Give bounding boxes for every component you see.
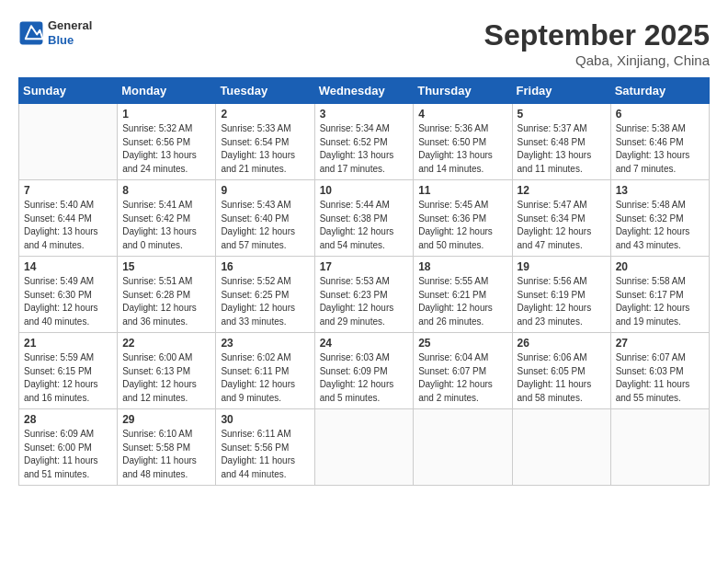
cell-info: Sunrise: 5:56 AM Sunset: 6:19 PM Dayligh… (518, 275, 606, 328)
calendar-cell (314, 409, 414, 486)
calendar-cell: 28Sunrise: 6:09 AM Sunset: 6:00 PM Dayli… (19, 409, 118, 486)
calendar-cell: 6Sunrise: 5:38 AM Sunset: 6:46 PM Daylig… (610, 104, 709, 180)
calendar-cell (414, 409, 512, 486)
calendar-cell: 16Sunrise: 5:52 AM Sunset: 6:25 PM Dayli… (216, 257, 314, 333)
calendar-cell: 4Sunrise: 5:36 AM Sunset: 6:50 PM Daylig… (414, 104, 512, 180)
calendar-cell: 9Sunrise: 5:43 AM Sunset: 6:40 PM Daylig… (216, 180, 314, 257)
cell-info: Sunrise: 5:36 AM Sunset: 6:50 PM Dayligh… (418, 122, 506, 176)
weekday-header-monday: Monday (118, 78, 216, 104)
calendar-cell (512, 409, 610, 486)
cell-info: Sunrise: 5:53 AM Sunset: 6:23 PM Dayligh… (320, 275, 409, 328)
calendar-cell: 27Sunrise: 6:07 AM Sunset: 6:03 PM Dayli… (610, 333, 709, 409)
calendar-cell: 22Sunrise: 6:00 AM Sunset: 6:13 PM Dayli… (118, 333, 216, 409)
calendar-cell: 10Sunrise: 5:44 AM Sunset: 6:38 PM Dayli… (314, 180, 414, 257)
calendar-cell: 12Sunrise: 5:47 AM Sunset: 6:34 PM Dayli… (512, 180, 610, 257)
weekday-header-row: SundayMondayTuesdayWednesdayThursdayFrid… (19, 78, 710, 104)
logo: General Blue (18, 18, 92, 47)
weekday-header-friday: Friday (512, 78, 610, 104)
weekday-header-wednesday: Wednesday (314, 78, 414, 104)
weekday-header-saturday: Saturday (610, 78, 709, 104)
cell-info: Sunrise: 5:52 AM Sunset: 6:25 PM Dayligh… (221, 275, 309, 328)
calendar-cell: 11Sunrise: 5:45 AM Sunset: 6:36 PM Dayli… (414, 180, 512, 257)
cell-info: Sunrise: 6:03 AM Sunset: 6:09 PM Dayligh… (320, 351, 409, 405)
logo-blue: Blue (48, 33, 92, 48)
cell-info: Sunrise: 5:44 AM Sunset: 6:38 PM Dayligh… (320, 199, 409, 252)
week-row-3: 14Sunrise: 5:49 AM Sunset: 6:30 PM Dayli… (19, 257, 710, 333)
calendar-cell: 30Sunrise: 6:11 AM Sunset: 5:56 PM Dayli… (216, 409, 314, 486)
week-row-2: 7Sunrise: 5:40 AM Sunset: 6:44 PM Daylig… (19, 180, 710, 257)
logo-text: General Blue (48, 18, 92, 47)
calendar-cell: 15Sunrise: 5:51 AM Sunset: 6:28 PM Dayli… (118, 257, 216, 333)
calendar-cell: 2Sunrise: 5:33 AM Sunset: 6:54 PM Daylig… (216, 104, 314, 180)
cell-info: Sunrise: 5:33 AM Sunset: 6:54 PM Dayligh… (221, 122, 309, 176)
cell-info: Sunrise: 5:45 AM Sunset: 6:36 PM Dayligh… (418, 199, 506, 252)
day-number: 27 (616, 337, 704, 350)
cell-info: Sunrise: 5:37 AM Sunset: 6:48 PM Dayligh… (518, 122, 606, 176)
cell-info: Sunrise: 5:40 AM Sunset: 6:44 PM Dayligh… (24, 199, 112, 252)
day-number: 16 (221, 260, 309, 273)
day-number: 3 (320, 108, 409, 121)
day-number: 24 (320, 337, 409, 350)
cell-info: Sunrise: 6:04 AM Sunset: 6:07 PM Dayligh… (418, 351, 506, 405)
day-number: 7 (24, 184, 112, 197)
cell-info: Sunrise: 5:34 AM Sunset: 6:52 PM Dayligh… (320, 122, 409, 176)
weekday-header-tuesday: Tuesday (216, 78, 314, 104)
calendar-cell: 21Sunrise: 5:59 AM Sunset: 6:15 PM Dayli… (19, 333, 118, 409)
calendar-cell: 19Sunrise: 5:56 AM Sunset: 6:19 PM Dayli… (512, 257, 610, 333)
calendar-cell: 13Sunrise: 5:48 AM Sunset: 6:32 PM Dayli… (610, 180, 709, 257)
cell-info: Sunrise: 5:58 AM Sunset: 6:17 PM Dayligh… (616, 275, 704, 328)
day-number: 20 (616, 260, 704, 273)
calendar-cell: 29Sunrise: 6:10 AM Sunset: 5:58 PM Dayli… (118, 409, 216, 486)
week-row-5: 28Sunrise: 6:09 AM Sunset: 6:00 PM Dayli… (19, 409, 710, 486)
cell-info: Sunrise: 6:09 AM Sunset: 6:00 PM Dayligh… (24, 428, 112, 481)
logo-icon (18, 20, 44, 46)
day-number: 8 (122, 184, 210, 197)
day-number: 19 (518, 260, 606, 273)
title-block: September 2025 Qaba, Xinjiang, China (484, 18, 710, 68)
calendar-cell: 25Sunrise: 6:04 AM Sunset: 6:07 PM Dayli… (414, 333, 512, 409)
logo-general: General (48, 18, 92, 33)
cell-info: Sunrise: 5:32 AM Sunset: 6:56 PM Dayligh… (122, 122, 210, 176)
cell-info: Sunrise: 5:59 AM Sunset: 6:15 PM Dayligh… (24, 351, 112, 405)
day-number: 18 (418, 260, 506, 273)
calendar-cell (19, 104, 118, 180)
day-number: 2 (221, 108, 309, 121)
cell-info: Sunrise: 6:10 AM Sunset: 5:58 PM Dayligh… (122, 428, 210, 481)
week-row-4: 21Sunrise: 5:59 AM Sunset: 6:15 PM Dayli… (19, 333, 710, 409)
day-number: 1 (122, 108, 210, 121)
cell-info: Sunrise: 5:51 AM Sunset: 6:28 PM Dayligh… (122, 275, 210, 328)
day-number: 5 (518, 108, 606, 121)
cell-info: Sunrise: 5:55 AM Sunset: 6:21 PM Dayligh… (418, 275, 506, 328)
day-number: 25 (418, 337, 506, 350)
weekday-header-sunday: Sunday (19, 78, 118, 104)
cell-info: Sunrise: 6:02 AM Sunset: 6:11 PM Dayligh… (221, 351, 309, 405)
calendar-cell: 14Sunrise: 5:49 AM Sunset: 6:30 PM Dayli… (19, 257, 118, 333)
day-number: 6 (616, 108, 704, 121)
calendar-cell: 1Sunrise: 5:32 AM Sunset: 6:56 PM Daylig… (118, 104, 216, 180)
day-number: 14 (24, 260, 112, 273)
calendar-table: SundayMondayTuesdayWednesdayThursdayFrid… (18, 77, 710, 486)
day-number: 10 (320, 184, 409, 197)
day-number: 17 (320, 260, 409, 273)
calendar-cell: 24Sunrise: 6:03 AM Sunset: 6:09 PM Dayli… (314, 333, 414, 409)
weekday-header-thursday: Thursday (414, 78, 512, 104)
cell-info: Sunrise: 6:11 AM Sunset: 5:56 PM Dayligh… (221, 428, 309, 481)
calendar-cell: 23Sunrise: 6:02 AM Sunset: 6:11 PM Dayli… (216, 333, 314, 409)
calendar-cell: 7Sunrise: 5:40 AM Sunset: 6:44 PM Daylig… (19, 180, 118, 257)
cell-info: Sunrise: 5:41 AM Sunset: 6:42 PM Dayligh… (122, 199, 210, 252)
calendar-cell: 17Sunrise: 5:53 AM Sunset: 6:23 PM Dayli… (314, 257, 414, 333)
day-number: 9 (221, 184, 309, 197)
calendar-cell: 5Sunrise: 5:37 AM Sunset: 6:48 PM Daylig… (512, 104, 610, 180)
day-number: 28 (24, 413, 112, 426)
day-number: 4 (418, 108, 506, 121)
calendar-cell: 8Sunrise: 5:41 AM Sunset: 6:42 PM Daylig… (118, 180, 216, 257)
day-number: 30 (221, 413, 309, 426)
day-number: 29 (122, 413, 210, 426)
day-number: 11 (418, 184, 506, 197)
calendar-cell: 20Sunrise: 5:58 AM Sunset: 6:17 PM Dayli… (610, 257, 709, 333)
cell-info: Sunrise: 5:48 AM Sunset: 6:32 PM Dayligh… (616, 199, 704, 252)
day-number: 26 (518, 337, 606, 350)
cell-info: Sunrise: 5:43 AM Sunset: 6:40 PM Dayligh… (221, 199, 309, 252)
calendar-cell: 18Sunrise: 5:55 AM Sunset: 6:21 PM Dayli… (414, 257, 512, 333)
day-number: 21 (24, 337, 112, 350)
